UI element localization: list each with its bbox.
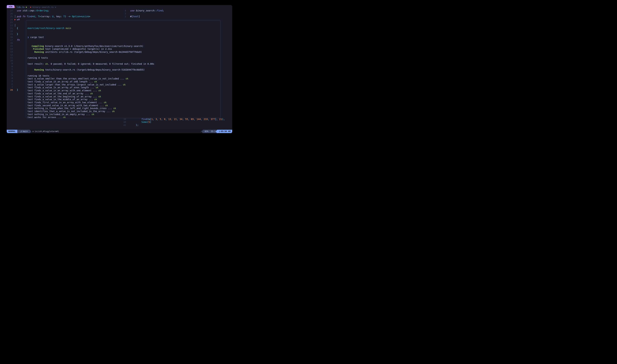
code-content: use binary_search::find; [130,9,232,12]
gutter-mark-icon: ┃ [14,15,17,18]
code-content [17,12,122,15]
tab-label: binary-search.rs [33,6,53,8]
gutter-mark-icon [14,74,17,77]
terminal-line: test finds_a_value_in_the_middle_of_an_a… [27,98,219,101]
git-branch-segment: main [17,130,30,133]
gutter-mark-icon [14,53,17,56]
rust-file-icon: ● [30,6,31,8]
gutter-mark-icon [14,68,17,71]
terminal-line: test finds_second_value_in_an_array_with… [27,104,219,107]
terminal-window: ● lib.rs ● ● binary-search.rs ✕ 27use st… [7,5,232,133]
code-content: Some(5) [130,121,232,124]
code-line[interactable]: 25┃pub fn find<U, T>(array: U, key: T) -… [8,15,122,18]
tab-lib-rs[interactable]: ● lib.rs ● [14,6,27,8]
clock-segment: 09:56 AM [217,130,232,133]
gutter [128,15,130,18]
prompt-branch: main [66,27,71,29]
gutter-mark-icon [14,50,17,53]
tab-binary-search-rs[interactable]: ● binary-search.rs ✕ [30,6,56,8]
terminal-line: Running unittests src/lib.rs (target/deb… [27,51,219,54]
gutter-mark-icon [14,36,17,39]
terminal-line: Compiling binary-search v1.3.0 (/Users/a… [27,45,219,48]
gutter-mark-icon [14,89,17,91]
line-number: 4 [8,77,14,80]
line-number: 8 [8,65,14,68]
gutter [128,12,130,15]
gutter-mark-icon [14,21,17,24]
line-number: 15 [8,44,14,47]
cursor-position: 35:1 [211,130,216,132]
editor-area: 27use std::cmp::Ordering;2625┃pub fn fin… [7,9,232,129]
gutter-mark-icon: ▶ [14,18,17,21]
line-number: 11 [8,56,14,59]
code-line[interactable]: 39 find(&[1, 3, 5, 8, 13, 21, 34, 55, 89… [122,118,232,121]
line-number: 25 [8,15,14,18]
line-number: 18 [8,36,14,39]
branch-icon [20,130,23,132]
mode-indicator: NORMAL [7,130,17,133]
gutter-mark-icon [14,56,17,59]
modified-indicator-icon: ● [26,6,27,8]
code-content: use std::cmp::Ordering; [17,9,122,12]
gutter-mark-icon [14,30,17,33]
terminal-line: test a_value_smaller_than_the_arrays_sma… [27,77,219,80]
line-number: 26 [8,12,14,15]
terminal-line [27,60,219,63]
terminal-line: test finds_a_value_in_an_array_of_even_l… [27,86,219,89]
line-number: 6 [8,71,14,74]
line-number: 24 [8,18,14,21]
gutter [128,121,130,124]
tab-label: lib.rs [17,6,25,8]
line-number: 7 [8,68,14,71]
terminal-line: test finds_first_value_in_an_array_with_… [27,101,219,104]
gutter-mark-icon: ┃ [14,24,17,27]
code-line[interactable]: 27use std::cmp::Ordering; [8,9,122,12]
code-line[interactable]: 40 Some(5) [122,121,232,124]
terminal-output: Compiling binary-search v1.3.0 (/Users/a… [27,45,219,118]
gutter-mark-icon [14,83,17,86]
close-icon[interactable]: ✕ [55,6,56,8]
code-content: find(&[1, 3, 5, 8, 13, 21, 34, 55, 89, 1… [130,118,232,121]
code-line[interactable]: 4use binary_search::find; [122,9,232,12]
terminal-line: Finished test [unoptimized + debuginfo] … [27,48,219,51]
code-line[interactable]: 3 [122,12,232,15]
terminal-line [27,54,219,57]
gutter-mark-icon [14,77,17,80]
code-line[interactable]: 41 ); [122,124,232,127]
gutter-mark-icon [14,39,17,41]
floating-terminal[interactable]: exercism/rust/binary-search main ❯ cargo… [26,20,221,118]
gutter-mark-icon [14,59,17,62]
line-number: 13 [8,50,14,53]
terminal-line: test finds_a_value_in_an_array_of_odd_le… [27,80,219,83]
terminal-line: test finds_a_value_at_the_end_of_an_arra… [27,92,219,95]
line-number: 19 [8,33,14,36]
file-icon [32,130,35,132]
code-content: ); [130,124,232,127]
code-content [130,12,232,15]
gutter-mark-icon [14,44,17,47]
terminal-line: running 0 tests [27,56,219,60]
gutter-mark-icon [14,65,17,68]
line-number: 23 [8,21,14,24]
terminal-line: test finds_a_value_in_an_array_with_one_… [27,89,219,92]
buffer-tab-bar: ● lib.rs ● ● binary-search.rs ✕ [7,5,232,9]
code-line[interactable]: 26 [8,12,122,15]
clock-time: 09:56 AM [221,130,231,132]
gutter-mark-icon [14,33,17,36]
line-number: 2 [122,15,128,18]
code-content: pub fn find<U, T>(array: U, key: T) -> O… [17,15,122,18]
statusline-right: / 83% 35:1 09:56 AM [199,130,232,133]
rust-file-icon: ● [14,6,15,8]
line-number: 3 [122,12,128,15]
code-line[interactable]: 2#[test] [122,15,232,18]
line-number: 2 [8,83,14,86]
window-title-tab: vim [7,5,14,8]
line-number: 3 [8,80,14,83]
line-number: 1 [8,85,14,89]
terminal-line: test works_for_arrays ... ok [27,116,219,118]
line-number: 41 [122,124,128,127]
prompt-path: exercism/rust/binary-search [27,27,64,29]
terminal-command: cargo test [30,36,44,39]
gutter-mark-icon [14,9,17,12]
gutter [128,118,130,121]
